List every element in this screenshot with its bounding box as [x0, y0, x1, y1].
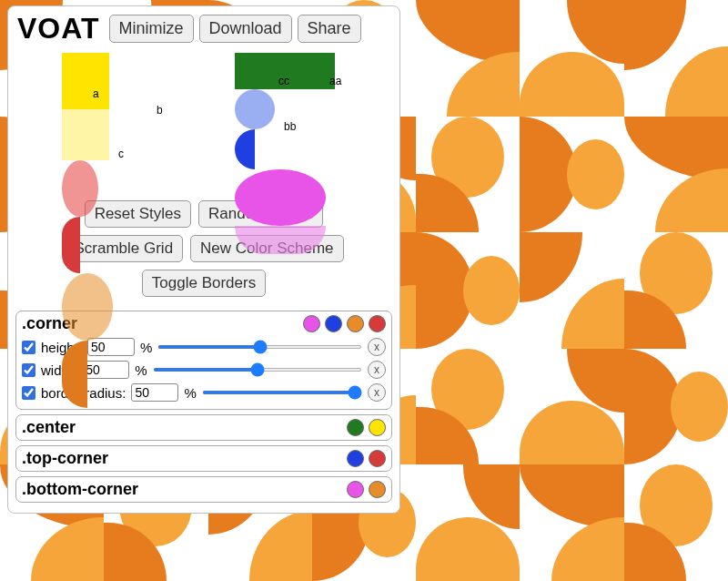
prop-height-number[interactable]: [87, 338, 135, 356]
swatch[interactable]: [369, 481, 386, 498]
prop-height-unit: %: [140, 340, 152, 355]
download-button[interactable]: Download: [199, 15, 292, 43]
prop-border-radius-remove-icon[interactable]: x: [368, 383, 386, 402]
panel-header: VOAT Minimize Download Share: [14, 12, 394, 46]
preview-area: a b c cc aa bb: [39, 53, 394, 189]
swatch[interactable]: [347, 419, 364, 436]
prop-border-radius-number[interactable]: [131, 383, 178, 402]
preview-label-aa: aa: [329, 75, 341, 87]
prop-border-radius-slider[interactable]: [202, 391, 362, 394]
group-corner-swatches: [303, 315, 386, 332]
swatch[interactable]: [347, 315, 364, 332]
prop-width-number[interactable]: [82, 361, 129, 379]
minimize-button[interactable]: Minimize: [109, 15, 194, 43]
preview-tile-2: cc aa bb: [235, 53, 371, 189]
preview-tile-1: a b c: [62, 53, 198, 189]
prop-height-checkbox[interactable]: [22, 341, 35, 354]
swatch[interactable]: [369, 419, 386, 436]
scramble-grid-button[interactable]: Scramble Grid: [64, 235, 183, 262]
app-title: VOAT: [14, 12, 104, 46]
prop-width-remove-icon[interactable]: x: [368, 361, 386, 379]
prop-height-slider[interactable]: [157, 345, 362, 349]
group-center-title: .center: [22, 418, 76, 437]
prop-width-slider[interactable]: [153, 368, 362, 372]
prop-height-remove-icon[interactable]: x: [368, 338, 386, 356]
control-panel: VOAT Minimize Download Share a b c cc aa…: [7, 5, 400, 514]
prop-width-checkbox[interactable]: [22, 363, 35, 377]
share-button[interactable]: Share: [298, 15, 361, 43]
group-bottom-corner-title: .bottom-corner: [22, 480, 138, 499]
prop-border-radius-unit: %: [184, 385, 196, 401]
group-bottom-corner[interactable]: .bottom-corner: [15, 476, 392, 503]
reset-styles-button[interactable]: Reset Styles: [85, 200, 191, 228]
preview-label-b: b: [157, 104, 163, 117]
group-center[interactable]: .center: [15, 414, 392, 441]
swatch[interactable]: [369, 450, 386, 467]
preview-label-cc: cc: [278, 75, 289, 87]
swatch[interactable]: [325, 315, 342, 332]
swatch[interactable]: [347, 481, 364, 498]
swatch[interactable]: [347, 450, 364, 467]
group-top-corner-title: .top-corner: [22, 449, 108, 468]
toggle-borders-button[interactable]: Toggle Borders: [142, 270, 266, 297]
preview-label-a: a: [93, 87, 99, 100]
preview-label-c: c: [118, 148, 124, 160]
swatch[interactable]: [303, 315, 320, 332]
prop-border-radius-checkbox[interactable]: [22, 386, 35, 400]
preview-label-bb: bb: [284, 120, 296, 133]
prop-width-unit: %: [135, 362, 147, 378]
group-top-corner[interactable]: .top-corner: [15, 445, 392, 472]
swatch[interactable]: [369, 315, 386, 332]
